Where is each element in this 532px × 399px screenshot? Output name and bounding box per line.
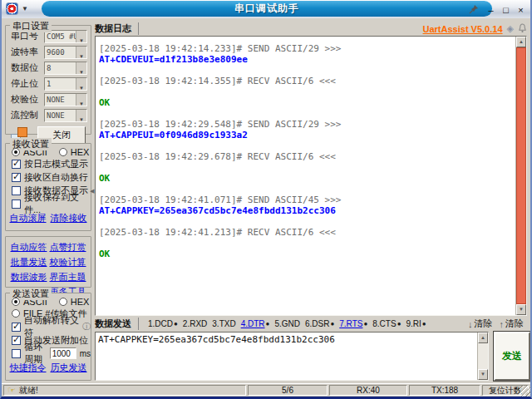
resize-grip[interactable] bbox=[520, 386, 530, 397]
parity-combobox[interactable]: NONE▼ bbox=[44, 93, 87, 106]
link-数据波形[interactable]: 数据波形 bbox=[11, 271, 47, 283]
scroll-up-icon[interactable]: ▲ bbox=[478, 332, 488, 343]
send-input-box: AT+CAPPKEY=265ea367cd5bc7e4e8fbdd131b2cc… bbox=[95, 332, 489, 381]
checkbox-icon[interactable] bbox=[12, 160, 21, 169]
clear-label: 清除 bbox=[505, 318, 524, 330]
title-pill: 串口调试助手 bbox=[42, 1, 492, 17]
send-input[interactable]: AT+CAPPKEY=265ea367cd5bc7e4e8fbdd131b2cc… bbox=[96, 332, 477, 380]
loop-period-input[interactable] bbox=[50, 347, 76, 359]
app-icon[interactable] bbox=[6, 2, 18, 15]
pin-label: 6.DSR bbox=[305, 319, 329, 328]
checkbox-icon[interactable] bbox=[12, 186, 21, 195]
databits-combobox[interactable]: 8▼ bbox=[44, 62, 87, 75]
combo-value: 8 bbox=[45, 62, 76, 74]
checkbox-row: 接收区自动换行 bbox=[6, 170, 91, 184]
log-blank-line bbox=[99, 108, 512, 119]
pin-status-dot: ● bbox=[330, 320, 334, 328]
chevron-down-icon[interactable]: ▼ bbox=[22, 5, 28, 12]
chevron-down-icon[interactable]: ▼ bbox=[76, 78, 86, 90]
link-自动滚屏[interactable]: 自动滚屏 bbox=[10, 212, 47, 224]
checkbox-row: 按日志模式显示 bbox=[6, 157, 91, 170]
pin-label: 9.RI bbox=[406, 319, 421, 328]
pin-8.CTS: 8.CTS● bbox=[372, 319, 401, 328]
field-label: 波特率 bbox=[11, 46, 44, 58]
combo-value: NONE bbox=[45, 110, 76, 121]
link-历史发送[interactable]: 历史发送 bbox=[51, 362, 87, 374]
chevron-down-icon[interactable]: ▼ bbox=[76, 110, 86, 121]
log-blank-line bbox=[99, 216, 512, 227]
scroll-down-icon[interactable]: ▼ bbox=[516, 304, 526, 315]
field-label: 数据位 bbox=[11, 62, 44, 74]
log-entry-header: [2025-03-18 19:42:41.213]# RECV ASCII/6 … bbox=[99, 227, 512, 238]
clear-receive-button[interactable]: ↓清除 bbox=[468, 318, 493, 330]
radio-HEX[interactable]: HEX bbox=[59, 147, 90, 157]
log-blank-line bbox=[99, 184, 512, 195]
clear-label: 清除 bbox=[475, 318, 493, 330]
baudrate-combobox[interactable]: 9600▼ bbox=[44, 46, 87, 59]
stopbits-combobox[interactable]: 1▼ bbox=[44, 77, 87, 91]
maximize-button[interactable]: □ bbox=[500, 4, 512, 17]
loop-period-unit: ms bbox=[80, 349, 91, 358]
link-点赞打赏[interactable]: 点赞打赏 bbox=[50, 241, 86, 254]
loop-period-checkbox[interactable] bbox=[12, 349, 21, 358]
pin-label: 1.DCD bbox=[148, 319, 173, 328]
tab-data-log[interactable]: 数据日志 bbox=[95, 22, 139, 35]
close-button[interactable]: × bbox=[515, 4, 527, 17]
arrow-up-icon: ↑ bbox=[500, 319, 505, 329]
checkbox-row: 自动发送附加位 bbox=[6, 333, 91, 347]
tab-data-send[interactable]: 数据发送 bbox=[95, 318, 139, 330]
log-entry-data: OK bbox=[99, 173, 512, 184]
pin-7.RTS[interactable]: 7.RTS● bbox=[339, 319, 367, 328]
bell-icon[interactable] bbox=[518, 22, 527, 37]
checkbox-icon[interactable] bbox=[12, 336, 21, 345]
clear-send-button[interactable]: ↑清除 bbox=[500, 318, 525, 330]
log-scrollbar-thumb[interactable] bbox=[516, 47, 526, 304]
radio-icon[interactable] bbox=[12, 148, 20, 156]
pin-label[interactable]: 4.DTR bbox=[241, 319, 265, 328]
log-scrollbar[interactable]: ▲ ▼ bbox=[515, 37, 526, 315]
window-title: 串口调试助手 bbox=[234, 2, 299, 16]
radio-icon[interactable] bbox=[59, 298, 67, 306]
pin-icon[interactable] bbox=[469, 2, 479, 17]
radio-icon[interactable] bbox=[12, 309, 20, 318]
link-自动应答[interactable]: 自动应答 bbox=[11, 241, 47, 254]
scroll-up-icon[interactable]: ▲ bbox=[516, 37, 526, 47]
chevron-down-icon[interactable]: ▼ bbox=[76, 94, 86, 106]
radio-HEX[interactable]: HEX bbox=[59, 297, 90, 307]
scroll-down-icon[interactable]: ▼ bbox=[478, 369, 488, 380]
gem-icon[interactable]: ◈ bbox=[507, 23, 514, 34]
link-快捷指令[interactable]: 快捷指令 bbox=[10, 362, 47, 374]
serial-field-parity: 校验位NONE▼ bbox=[6, 91, 91, 107]
checkbox-icon[interactable] bbox=[12, 323, 21, 332]
radio-icon[interactable] bbox=[12, 298, 20, 306]
chevron-down-icon[interactable]: ▼ bbox=[76, 62, 86, 74]
chevron-down-icon[interactable]: ▼ bbox=[76, 31, 86, 42]
info-icon[interactable]: ⓘ bbox=[82, 321, 91, 332]
radio-icon[interactable] bbox=[59, 148, 67, 156]
checkbox-icon[interactable] bbox=[12, 173, 21, 182]
send-button[interactable]: 发送 bbox=[494, 332, 530, 381]
flowctrl-combobox[interactable]: NONE▼ bbox=[44, 109, 87, 122]
data-log-area[interactable]: [2025-03-18 19:42:14.233]# SEND ASCII/29… bbox=[95, 36, 527, 316]
link-校验计算[interactable]: 校验计算 bbox=[50, 256, 86, 268]
checkbox-icon[interactable] bbox=[12, 200, 21, 209]
minimize-button[interactable]: – bbox=[485, 4, 497, 17]
pin-status-dot: ● bbox=[174, 320, 178, 328]
version-link[interactable]: UartAssist V5.0.14 bbox=[423, 24, 503, 34]
pointing-hand-icon: ☞ bbox=[7, 385, 16, 396]
chevron-down-icon[interactable]: ▼ bbox=[76, 47, 86, 58]
pin-6.DSR: 6.DSR● bbox=[305, 319, 334, 328]
splitter-collapse-icon[interactable]: ◀ bbox=[90, 188, 94, 195]
send-scrollbar[interactable]: ▲ ▼ bbox=[477, 332, 488, 380]
log-blank-line bbox=[99, 140, 512, 151]
pin-4.DTR[interactable]: 4.DTR● bbox=[241, 319, 270, 328]
pin-label[interactable]: 7.RTS bbox=[339, 319, 362, 328]
log-entry-data: OK bbox=[99, 97, 512, 108]
log-blank-line bbox=[99, 238, 512, 249]
status-rx-count: RX:40 bbox=[329, 385, 407, 396]
link-清除接收[interactable]: 清除接收 bbox=[51, 212, 87, 224]
log-entry-header: [2025-03-18 19:42:29.548]# SEND ASCII/29… bbox=[99, 119, 512, 130]
link-批量发送[interactable]: 批量发送 bbox=[11, 256, 47, 268]
serial-field-stopbits: 停止位1▼ bbox=[6, 76, 91, 91]
link-界面主题[interactable]: 界面主题 bbox=[50, 271, 86, 283]
